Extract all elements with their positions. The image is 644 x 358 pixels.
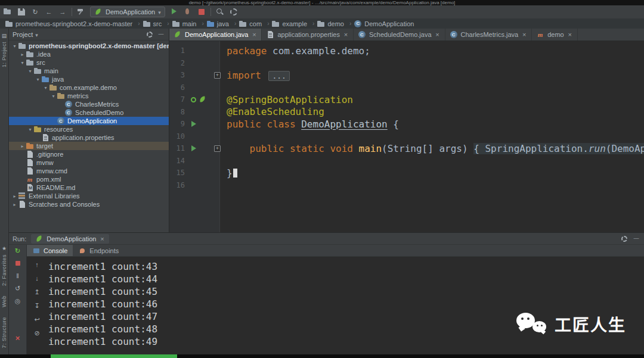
tree-item-mvnw-cmd[interactable]: mvnw.cmd bbox=[9, 167, 169, 175]
pause-icon[interactable] bbox=[14, 272, 22, 280]
tree-item-src[interactable]: src bbox=[9, 58, 169, 67]
stop-icon[interactable] bbox=[14, 259, 22, 267]
close-icon[interactable] bbox=[567, 31, 573, 38]
back-icon[interactable] bbox=[44, 7, 54, 17]
tree-item-charlesmetrics[interactable]: CharlesMetrics bbox=[9, 100, 169, 108]
tree-item-mvnw[interactable]: mvnw bbox=[9, 158, 169, 167]
breadcrumb-item-demoapplication[interactable]: DemoApplication bbox=[352, 20, 420, 28]
fold-marker[interactable]: + bbox=[209, 145, 224, 152]
leaf-icon[interactable] bbox=[199, 95, 207, 104]
soft-wrap-icon[interactable] bbox=[33, 315, 41, 323]
folder-src-icon bbox=[206, 20, 215, 28]
tree-item-demoapplication[interactable]: DemoApplication bbox=[9, 117, 169, 125]
fold-toggle-icon[interactable]: + bbox=[214, 145, 221, 152]
editor-tab-scheduleddemo-java[interactable]: ScheduledDemo.java bbox=[354, 29, 445, 41]
tree-toggle-icon[interactable] bbox=[19, 52, 26, 57]
run-view-tab-console[interactable]: Console bbox=[27, 245, 73, 256]
rerun-icon[interactable] bbox=[14, 247, 22, 255]
tree-toggle-icon[interactable] bbox=[35, 77, 41, 82]
tree-toggle-icon[interactable] bbox=[50, 94, 57, 99]
chevron-down-icon[interactable] bbox=[35, 31, 38, 38]
open-icon[interactable] bbox=[3, 7, 13, 17]
clear-icon[interactable] bbox=[33, 329, 41, 337]
code-area[interactable]: 1package com.example.demo;23+import ...6… bbox=[169, 41, 644, 232]
hammer-icon[interactable] bbox=[76, 7, 86, 17]
progress-bar bbox=[51, 354, 177, 358]
close-icon[interactable] bbox=[251, 31, 257, 38]
run-session-tab[interactable]: DemoApplication bbox=[31, 234, 109, 244]
breadcrumb-item-example[interactable]: example bbox=[270, 20, 315, 28]
save-icon[interactable] bbox=[17, 7, 26, 17]
gear-icon[interactable] bbox=[620, 235, 628, 243]
run-config-selector[interactable]: DemoApplication bbox=[90, 7, 165, 17]
pin-icon[interactable] bbox=[14, 297, 22, 305]
scroll-top-icon[interactable] bbox=[33, 288, 41, 296]
tool-window-button-web[interactable]: Web bbox=[1, 295, 7, 307]
bean-icon[interactable] bbox=[189, 95, 197, 104]
scroll-bottom-icon[interactable] bbox=[33, 301, 41, 310]
breadcrumb-item-demo[interactable]: demo bbox=[315, 20, 352, 28]
tool-window-button-2-favorites[interactable]: 2: Favorites bbox=[0, 244, 8, 286]
editor-tab-demo[interactable]: demo bbox=[532, 29, 578, 41]
tree-toggle-icon[interactable] bbox=[19, 144, 26, 149]
sync-icon[interactable] bbox=[30, 7, 40, 17]
gear-icon[interactable] bbox=[145, 30, 154, 39]
gear-icon[interactable] bbox=[229, 7, 239, 17]
restore-icon[interactable] bbox=[14, 284, 22, 292]
down-icon[interactable] bbox=[33, 274, 41, 282]
breadcrumb-item-main[interactable]: main bbox=[171, 20, 205, 28]
close-icon[interactable] bbox=[14, 334, 22, 342]
search-icon[interactable] bbox=[215, 7, 225, 17]
hide-icon[interactable] bbox=[632, 235, 640, 243]
tree-item-target[interactable]: target bbox=[9, 142, 169, 150]
run-icon[interactable] bbox=[169, 7, 179, 17]
tree-toggle-icon[interactable] bbox=[19, 60, 26, 66]
breadcrumb-item-prometheus-springboot2-x-demo-master[interactable]: prometheus-springboot2.x-demo-master bbox=[4, 20, 141, 28]
tree-item-label: target bbox=[36, 142, 53, 150]
breadcrumb-label: demo bbox=[327, 20, 344, 27]
tree-item-external-libraries[interactable]: External Libraries bbox=[9, 192, 169, 200]
tool-window-button-1-project[interactable]: 1: Project bbox=[0, 32, 8, 67]
editor-tab-demoapplication-java[interactable]: DemoApplication.java bbox=[169, 29, 262, 41]
tree-item-resources[interactable]: resources bbox=[9, 125, 169, 133]
fold-marker[interactable]: + bbox=[209, 72, 224, 79]
tree-toggle-icon[interactable] bbox=[42, 85, 49, 91]
tree-item-main[interactable]: main bbox=[9, 67, 169, 75]
forward-icon[interactable] bbox=[58, 7, 67, 17]
tree-item-scheduleddemo[interactable]: ScheduledDemo bbox=[9, 108, 169, 117]
tree-item-gitignore[interactable]: .gitignore bbox=[9, 150, 169, 158]
editor-tab-application-properties[interactable]: application.properties bbox=[262, 29, 354, 41]
close-icon[interactable] bbox=[99, 235, 105, 242]
up-icon[interactable] bbox=[33, 260, 41, 269]
tree-item-com-example-demo[interactable]: com.example.demo bbox=[9, 83, 169, 92]
tree-item-java[interactable]: java bbox=[9, 75, 169, 83]
tree-toggle-icon[interactable] bbox=[11, 202, 18, 207]
tree-item-idea[interactable]: .idea bbox=[9, 50, 169, 58]
console-output[interactable]: increment1 count:43increment1 count:44in… bbox=[47, 257, 644, 355]
breadcrumb-item-java[interactable]: java bbox=[205, 20, 238, 28]
tree-item-readme-md[interactable]: README.md bbox=[9, 183, 169, 192]
tree-item-application-properties[interactable]: application.properties bbox=[9, 133, 169, 142]
close-icon[interactable] bbox=[521, 31, 527, 38]
run-icon[interactable] bbox=[189, 120, 197, 128]
tree-item-metrics[interactable]: metrics bbox=[9, 92, 169, 100]
tree-item-pom-xml[interactable]: pom.xml bbox=[9, 175, 169, 183]
tool-window-button-7-structure[interactable]: 7: Structure bbox=[1, 317, 7, 348]
editor-tab-charlesmetrics-java[interactable]: CharlesMetrics.java bbox=[445, 29, 532, 41]
tree-toggle-icon[interactable] bbox=[11, 194, 18, 199]
close-icon[interactable] bbox=[343, 31, 349, 38]
tree-toggle-icon[interactable] bbox=[27, 69, 33, 74]
breadcrumb-item-com[interactable]: com bbox=[237, 20, 270, 28]
close-icon[interactable] bbox=[435, 31, 441, 38]
tree-item-prometheus-springboot2-x-demo-master-demo[interactable]: prometheus-springboot2.x-demo-master [de… bbox=[9, 42, 169, 50]
stop-icon[interactable] bbox=[197, 7, 206, 17]
debug-icon[interactable] bbox=[183, 7, 193, 17]
fold-toggle-icon[interactable]: + bbox=[214, 72, 221, 79]
tree-toggle-icon[interactable] bbox=[27, 127, 33, 132]
tree-toggle-icon[interactable] bbox=[11, 43, 18, 49]
tree-item-scratches-and-consoles[interactable]: Scratches and Consoles bbox=[9, 200, 169, 208]
run-view-tab-endpoints[interactable]: Endpoints bbox=[73, 245, 124, 256]
breadcrumb-item-src[interactable]: src bbox=[141, 20, 171, 28]
run-icon[interactable] bbox=[189, 144, 197, 152]
hide-icon[interactable] bbox=[157, 30, 165, 39]
